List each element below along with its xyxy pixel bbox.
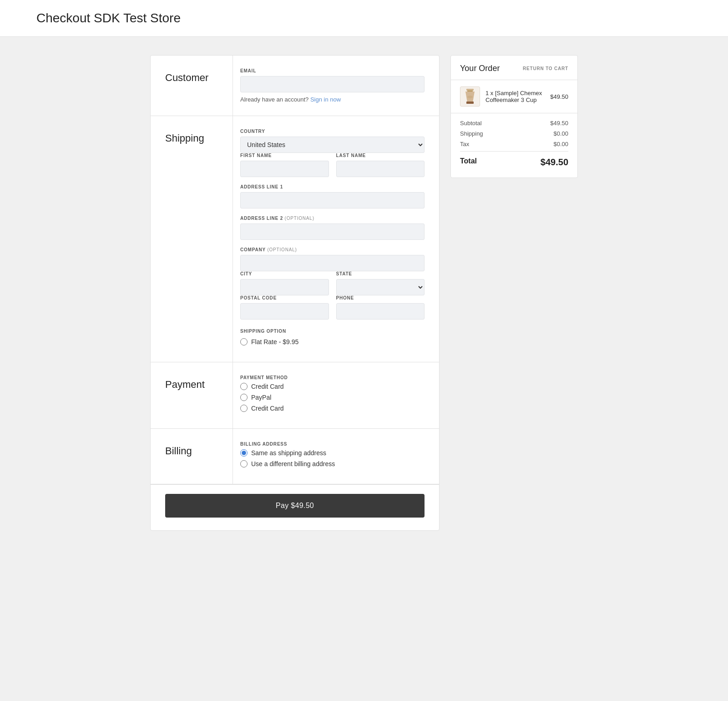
- subtotal-row: Subtotal $49.50: [460, 120, 568, 127]
- address2-label: ADDRESS LINE 2 (OPTIONAL): [240, 216, 425, 221]
- address1-input[interactable]: [240, 192, 425, 208]
- credit-card-label-1: Credit Card: [251, 383, 284, 390]
- page-title: Checkout SDK Test Store: [36, 11, 692, 25]
- customer-content: EMAIL Already have an account? Sign in n…: [233, 56, 439, 116]
- postal-input[interactable]: [240, 303, 329, 320]
- different-billing-option[interactable]: Use a different billing address: [240, 460, 425, 467]
- state-field: STATE: [336, 271, 425, 295]
- same-as-shipping-radio[interactable]: [240, 449, 248, 457]
- order-item: 1 x [Sample] Chemex Coffeemaker 3 Cup $4…: [451, 80, 577, 113]
- payment-label: Payment: [151, 362, 233, 428]
- shipping-value: $0.00: [553, 130, 568, 137]
- page-content: Customer EMAIL Already have an account? …: [114, 37, 614, 549]
- order-title: Your Order: [460, 64, 500, 73]
- subtotal-label: Subtotal: [460, 120, 482, 127]
- address2-input[interactable]: [240, 224, 425, 240]
- country-select[interactable]: United States: [240, 137, 425, 153]
- svg-rect-0: [466, 89, 474, 91]
- svg-point-3: [467, 96, 473, 98]
- total-label: Total: [460, 157, 477, 168]
- total-row: Total $49.50: [460, 151, 568, 168]
- svg-rect-1: [467, 91, 473, 91]
- same-as-shipping-label: Same as shipping address: [251, 449, 326, 457]
- credit-card-option-2[interactable]: Credit Card: [240, 405, 425, 412]
- address1-label: ADDRESS LINE 1: [240, 184, 425, 189]
- return-to-cart-link[interactable]: RETURN TO CART: [523, 66, 568, 71]
- billing-section: Billing BILLING ADDRESS Same as shipping…: [151, 429, 439, 484]
- checkout-form: Customer EMAIL Already have an account? …: [150, 55, 440, 531]
- paypal-option[interactable]: PayPal: [240, 394, 425, 401]
- country-label: COUNTRY: [240, 129, 425, 134]
- state-select[interactable]: [336, 279, 425, 295]
- last-name-input[interactable]: [336, 161, 425, 177]
- shipping-row: Shipping $0.00: [460, 130, 568, 137]
- tax-row: Tax $0.00: [460, 141, 568, 147]
- item-image: [460, 86, 480, 107]
- subtotal-value: $49.50: [550, 120, 568, 127]
- state-label: STATE: [336, 271, 425, 276]
- company-input[interactable]: [240, 255, 425, 271]
- tax-label: Tax: [460, 141, 469, 147]
- item-price: $49.50: [550, 93, 568, 100]
- shipping-option-label: SHIPPING OPTION: [240, 329, 425, 334]
- credit-card-radio-1[interactable]: [240, 383, 248, 390]
- page-header: Checkout SDK Test Store: [0, 0, 728, 37]
- shipping-content: COUNTRY United States FIRST NAME LAST NA…: [233, 116, 439, 362]
- shipping-label: Shipping: [460, 130, 483, 137]
- payment-method-label: PAYMENT METHOD: [240, 375, 425, 380]
- shipping-section: Shipping COUNTRY United States FIRST NAM…: [151, 116, 439, 362]
- city-state-row: CITY STATE: [240, 271, 425, 295]
- credit-card-option-1[interactable]: Credit Card: [240, 383, 425, 390]
- email-input[interactable]: [240, 76, 425, 92]
- paypal-radio[interactable]: [240, 394, 248, 401]
- billing-address-label: BILLING ADDRESS: [240, 442, 425, 447]
- order-header: Your Order RETURN TO CART: [451, 56, 577, 80]
- phone-input[interactable]: [336, 303, 425, 320]
- first-name-field: FIRST NAME: [240, 153, 329, 177]
- different-billing-label: Use a different billing address: [251, 460, 335, 467]
- customer-label: Customer: [151, 56, 233, 116]
- credit-card-radio-2[interactable]: [240, 405, 248, 412]
- shipping-label: Shipping: [151, 116, 233, 362]
- different-billing-radio[interactable]: [240, 460, 248, 467]
- order-summary: Your Order RETURN TO CART 1 x [Sample] C…: [450, 55, 578, 178]
- item-info: 1 x [Sample] Chemex Coffeemaker 3 Cup: [485, 90, 545, 103]
- first-name-label: FIRST NAME: [240, 153, 329, 158]
- phone-label: PHONE: [336, 295, 425, 300]
- pay-section: Pay $49.50: [151, 484, 439, 530]
- company-label: COMPANY (OPTIONAL): [240, 247, 425, 252]
- total-value: $49.50: [541, 157, 568, 168]
- flat-rate-label: Flat Rate - $9.95: [251, 338, 298, 345]
- sign-in-link[interactable]: Sign in now: [310, 96, 341, 103]
- city-input[interactable]: [240, 279, 329, 295]
- credit-card-label-2: Credit Card: [251, 405, 284, 412]
- name-row: FIRST NAME LAST NAME: [240, 153, 425, 177]
- tax-value: $0.00: [553, 141, 568, 147]
- paypal-label: PayPal: [251, 394, 271, 401]
- svg-rect-2: [466, 102, 474, 104]
- city-field: CITY: [240, 271, 329, 295]
- phone-field: PHONE: [336, 295, 425, 320]
- same-as-shipping-option[interactable]: Same as shipping address: [240, 449, 425, 457]
- billing-label: Billing: [151, 429, 233, 484]
- postal-field: POSTAL CODE: [240, 295, 329, 320]
- city-label: CITY: [240, 271, 329, 276]
- email-label: EMAIL: [240, 68, 425, 73]
- customer-section: Customer EMAIL Already have an account? …: [151, 56, 439, 116]
- last-name-label: LAST NAME: [336, 153, 425, 158]
- order-totals: Subtotal $49.50 Shipping $0.00 Tax $0.00…: [451, 113, 577, 178]
- payment-section: Payment PAYMENT METHOD Credit Card PayPa…: [151, 362, 439, 429]
- pay-button[interactable]: Pay $49.50: [165, 494, 425, 518]
- first-name-input[interactable]: [240, 161, 329, 177]
- item-quantity: 1 x: [485, 90, 495, 97]
- sign-in-text: Already have an account? Sign in now: [240, 96, 425, 103]
- postal-phone-row: POSTAL CODE PHONE: [240, 295, 425, 320]
- coffee-icon: [463, 88, 477, 105]
- payment-content: PAYMENT METHOD Credit Card PayPal Credit…: [233, 362, 439, 428]
- last-name-field: LAST NAME: [336, 153, 425, 177]
- flat-rate-option[interactable]: Flat Rate - $9.95: [240, 338, 425, 345]
- postal-label: POSTAL CODE: [240, 295, 329, 300]
- billing-content: BILLING ADDRESS Same as shipping address…: [233, 429, 439, 484]
- flat-rate-radio[interactable]: [240, 338, 248, 345]
